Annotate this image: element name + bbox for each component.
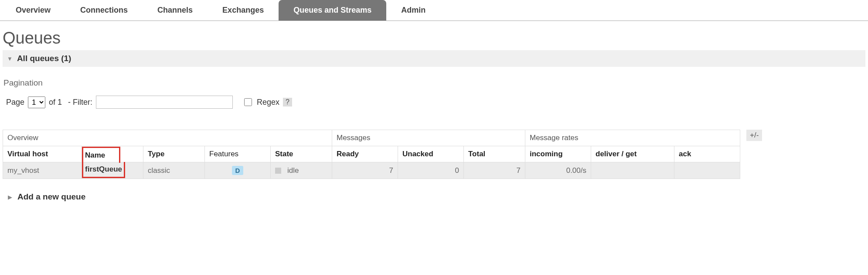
col-name[interactable]: Name [82,146,143,162]
state-idle-icon [275,168,281,174]
cell-vhost: my_vhost [3,162,82,179]
cell-ack [674,162,740,179]
filter-label: - Filter: [68,98,92,107]
col-total[interactable]: Total [464,146,525,162]
col-name-highlight: Name [82,147,120,163]
add-new-queue-toggle[interactable]: ▶ Add a new queue [8,192,868,202]
regex-label: Regex [257,98,279,107]
page-of-label: of 1 [49,98,62,107]
group-messages: Messages [332,130,525,146]
cell-features: D [205,162,271,179]
pagination-label: Pagination [3,78,868,88]
queues-table: Overview Messages Message rates Virtual … [3,130,740,179]
col-state[interactable]: State [271,146,332,162]
cell-name: firstQueue [82,162,143,179]
chevron-right-icon: ▶ [8,194,12,200]
group-overview: Overview [3,130,332,146]
tab-exchanges[interactable]: Exchanges [208,0,279,21]
col-unacked[interactable]: Unacked [398,146,464,162]
cell-unacked: 0 [398,162,464,179]
col-deliver-get[interactable]: deliver / get [591,146,674,162]
queue-name-link[interactable]: firstQueue [85,165,122,173]
columns-toggle-button[interactable]: +/- [746,130,762,141]
all-queues-toggle[interactable]: ▼ All queues (1) [3,50,865,67]
cell-incoming: 0.00/s [525,162,591,179]
add-new-queue-label: Add a new queue [17,192,85,202]
state-text: idle [287,166,299,175]
chevron-down-icon: ▼ [7,55,13,62]
col-ready[interactable]: Ready [332,146,398,162]
col-ack[interactable]: ack [674,146,740,162]
cell-total: 7 [464,162,525,179]
col-incoming[interactable]: incoming [525,146,591,162]
tab-connections[interactable]: Connections [65,0,143,21]
tab-overview[interactable]: Overview [1,0,65,21]
all-queues-label: All queues (1) [17,54,71,63]
tab-admin[interactable]: Admin [386,0,440,21]
regex-help-icon[interactable]: ? [283,98,292,107]
col-features[interactable]: Features [205,146,271,162]
page-select[interactable]: 1 [28,96,45,108]
group-rates: Message rates [525,130,740,146]
page-label: Page [6,98,24,107]
cell-state: idle [271,162,332,179]
col-type[interactable]: Type [143,146,205,162]
tab-queues-and-streams[interactable]: Queues and Streams [279,0,386,21]
tab-channels[interactable]: Channels [143,0,208,21]
main-tabs: Overview Connections Channels Exchanges … [0,0,868,21]
regex-checkbox[interactable] [244,98,252,106]
page-title: Queues [3,29,868,48]
cell-ready: 7 [332,162,398,179]
table-row: my_vhost firstQueue classic D idle 7 0 7… [3,162,740,179]
cell-type: classic [143,162,205,179]
durable-badge: D [232,166,244,175]
col-virtual-host[interactable]: Virtual host [3,146,82,162]
cell-deliver [591,162,674,179]
filter-input[interactable] [96,96,233,109]
filter-row: Page 1 of 1 - Filter: Regex ? [6,96,868,109]
